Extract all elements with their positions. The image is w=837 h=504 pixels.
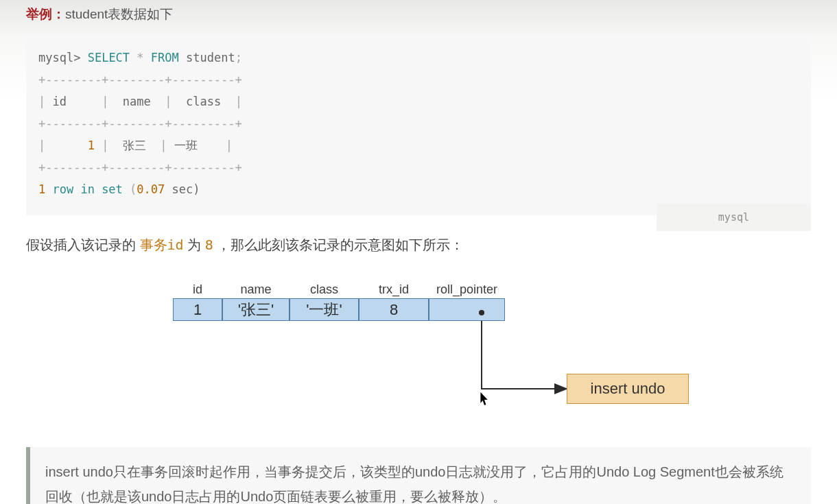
- result-text: row in set: [45, 182, 130, 196]
- row-id: 1: [45, 139, 102, 152]
- insert-undo-note: insert undo只在事务回滚时起作用，当事务提交后，该类型的undo日志就…: [26, 447, 811, 504]
- code-border-mid: +--------+--------+---------+: [38, 117, 242, 130]
- example-heading: 举例：student表数据如下: [26, 5, 811, 23]
- row-name: 张三: [108, 139, 160, 152]
- col-header-name: name: [222, 283, 290, 298]
- sql-code-block: mysql> SELECT * FROM student; +--------+…: [26, 34, 811, 215]
- code-lang-tag: mysql: [657, 204, 811, 231]
- hdr-name: name: [108, 95, 165, 108]
- sentence-trx-value: 8: [205, 235, 213, 255]
- row-open: |: [38, 139, 45, 152]
- hdr-open: |: [38, 95, 45, 108]
- col-header-class: class: [290, 283, 359, 298]
- sentence-mid: 为: [184, 237, 205, 252]
- quote-text: insert undo只在事务回滚时起作用，当事务提交后，该类型的undo日志就…: [45, 464, 783, 504]
- row-sep2: |: [160, 139, 167, 152]
- sentence-trx-label: 事务id: [140, 235, 184, 255]
- cell-id: 1: [173, 298, 222, 321]
- sql-from: FROM: [151, 51, 179, 64]
- explanation-sentence: 假设插入该记录的 事务id 为 8 ，那么此刻该条记录的示意图如下所示：: [26, 235, 811, 255]
- sql-star: *: [137, 51, 143, 64]
- record-table: id name class trx_id roll_pointer 1 '张三'…: [173, 283, 505, 321]
- result-time: 0.07: [137, 182, 165, 196]
- sql-semi: ;: [235, 51, 242, 64]
- cell-trxid: 8: [359, 298, 429, 321]
- row-sep1: |: [102, 139, 108, 152]
- col-header-trxid: trx_id: [359, 283, 429, 298]
- row-class: 一班: [167, 139, 226, 152]
- sql-prompt: mysql>: [38, 51, 80, 64]
- hdr-sep2: |: [165, 95, 172, 108]
- insert-undo-box: insert undo: [567, 374, 689, 404]
- code-border-top: +--------+--------+---------+: [38, 73, 242, 86]
- col-header-id: id: [173, 283, 222, 298]
- hdr-sep1: |: [102, 95, 108, 108]
- cursor-icon: [480, 392, 489, 411]
- pointer-origin-dot: [479, 310, 484, 315]
- result-count: 1: [38, 182, 45, 196]
- sentence-pre: 假设插入该记录的: [26, 237, 140, 252]
- result-sec: sec): [165, 182, 200, 196]
- record-diagram: id name class trx_id roll_pointer 1 '张三'…: [26, 283, 811, 433]
- sql-table: student: [186, 51, 235, 64]
- hdr-id: id: [45, 95, 102, 108]
- result-po: (: [130, 182, 137, 196]
- hdr-class: class: [172, 95, 235, 108]
- sql-select: SELECT: [88, 51, 130, 64]
- hdr-close: |: [235, 95, 242, 108]
- heading-prefix: 举例：: [26, 7, 65, 21]
- cell-rollpointer: [429, 298, 505, 321]
- code-border-bot: +--------+--------+---------+: [38, 160, 242, 174]
- sentence-post: ，那么此刻该条记录的示意图如下所示：: [213, 237, 464, 252]
- row-close: |: [226, 139, 233, 152]
- cell-class: '一班': [290, 298, 359, 321]
- cell-name: '张三': [222, 298, 290, 321]
- heading-rest: student表数据如下: [65, 7, 173, 21]
- col-header-rollpointer: roll_pointer: [429, 283, 505, 298]
